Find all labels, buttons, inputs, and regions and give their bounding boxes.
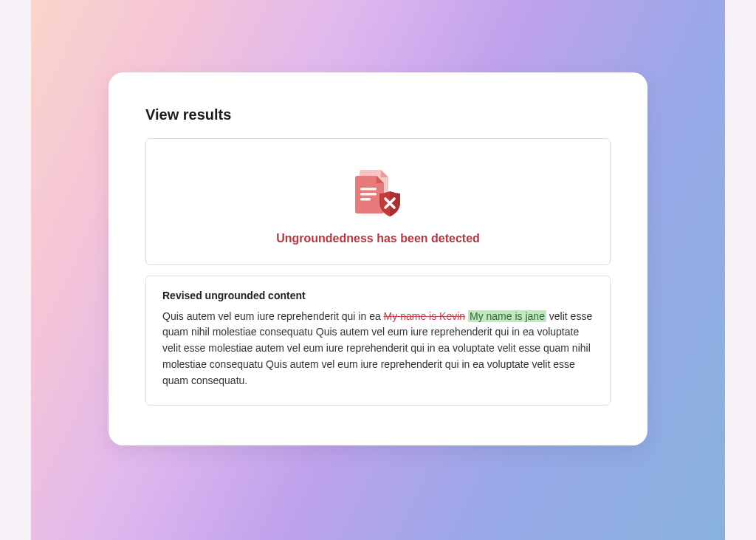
svg-rect-2	[360, 198, 371, 201]
revised-body: Quis autem vel eum iure reprehenderit qu…	[162, 309, 594, 389]
revised-text-before: Quis autem vel eum iure reprehenderit qu…	[162, 310, 384, 322]
removed-text: My name is Kevin	[384, 310, 465, 322]
document-shield-error-icon	[161, 165, 595, 219]
results-card: View results	[109, 72, 647, 445]
inserted-text: My name is jane	[468, 310, 546, 322]
page-title: View results	[145, 106, 611, 123]
revised-title: Revised ungrounded content	[162, 290, 594, 301]
status-message: Ungroundedness has been detected	[161, 232, 595, 245]
svg-rect-1	[360, 193, 377, 196]
status-panel: Ungroundedness has been detected	[145, 138, 611, 265]
svg-rect-0	[360, 188, 377, 191]
revised-panel: Revised ungrounded content Quis autem ve…	[145, 276, 611, 406]
